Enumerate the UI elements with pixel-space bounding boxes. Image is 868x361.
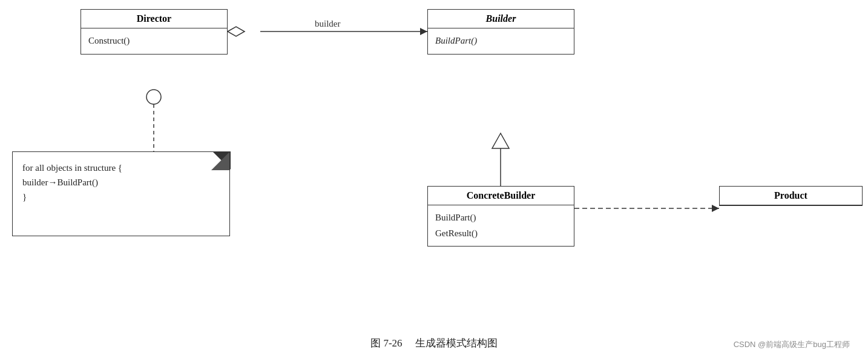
note-line3: } — [22, 190, 220, 204]
builder-body: BuildPart() — [428, 28, 574, 54]
concrete-builder-box: ConcreteBuilder BuildPart() GetResult() — [427, 186, 574, 247]
director-method: Construct() — [88, 33, 220, 49]
product-header: Product — [720, 187, 862, 205]
note-content: for all objects in structure { builder→B… — [13, 152, 229, 213]
product-title: Product — [774, 190, 807, 200]
svg-marker-2 — [228, 27, 245, 36]
note-box: for all objects in structure { builder→B… — [12, 151, 230, 236]
svg-text:builder: builder — [315, 19, 341, 28]
svg-point-5 — [146, 90, 161, 104]
watermark-text: CSDN @前端高级生产bug工程师 — [734, 340, 850, 349]
figure-description: 生成器模式结构图 — [415, 337, 498, 349]
concrete-builder-method1: BuildPart() — [435, 210, 567, 226]
concrete-builder-body: BuildPart() GetResult() — [428, 205, 574, 246]
svg-marker-9 — [712, 205, 719, 212]
note-line1: for all objects in structure { — [22, 161, 220, 175]
director-header: Director — [81, 10, 227, 28]
concrete-builder-method2: GetResult() — [435, 226, 567, 242]
concrete-builder-header: ConcreteBuilder — [428, 187, 574, 205]
director-body: Construct() — [81, 28, 227, 54]
builder-box: Builder BuildPart() — [427, 9, 574, 55]
builder-title: Builder — [486, 13, 516, 24]
caption: 图 7-26 生成器模式结构图 — [370, 336, 498, 350]
note-line2: builder→BuildPart() — [22, 175, 220, 190]
concrete-builder-title: ConcreteBuilder — [467, 190, 535, 200]
svg-marker-1 — [420, 28, 427, 35]
figure-number: 图 7-26 — [370, 337, 402, 349]
director-box: Director Construct() — [81, 9, 228, 55]
builder-header: Builder — [428, 10, 574, 28]
builder-method: BuildPart() — [435, 33, 567, 49]
product-box: Product — [719, 186, 863, 206]
director-title: Director — [137, 13, 171, 24]
watermark: CSDN @前端高级生产bug工程师 — [734, 339, 850, 350]
diagram-container: builder Director Construct() Builder Bui… — [0, 0, 868, 361]
svg-marker-7 — [492, 133, 509, 148]
